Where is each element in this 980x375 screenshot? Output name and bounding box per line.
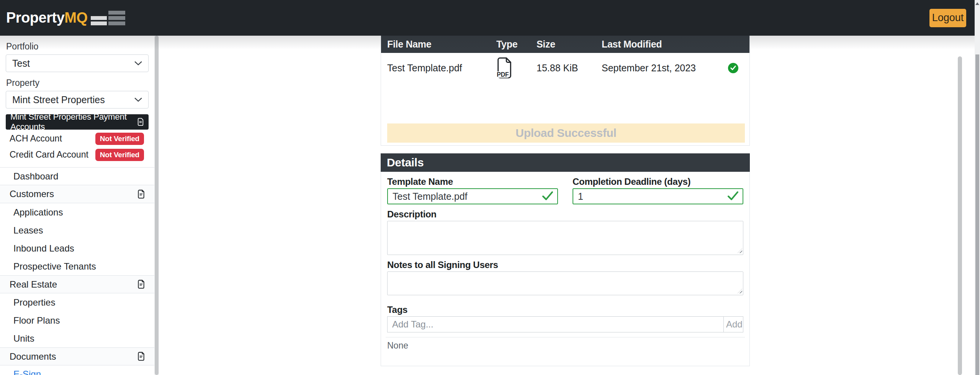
template-name-label: Template Name: [387, 177, 558, 186]
sidebar-section-customers[interactable]: Customers: [0, 185, 154, 203]
property-selected-value: Mint Street Properties: [12, 94, 105, 105]
col-size: Size: [537, 39, 602, 50]
document-icon: [136, 118, 145, 126]
col-type: Type: [496, 39, 537, 50]
description-textarea-wrap: [387, 221, 743, 255]
details-section-header: Details: [381, 153, 750, 172]
portfolio-label: Portfolio: [6, 41, 149, 52]
ach-account-label: ACH Account: [10, 133, 62, 144]
portfolio-selected-value: Test: [12, 58, 30, 69]
sidebar-item-units[interactable]: Units: [0, 329, 154, 347]
template-name-input[interactable]: [387, 188, 558, 204]
notes-textarea[interactable]: [387, 271, 743, 295]
notes-label: Notes to all Signing Users: [387, 260, 743, 270]
chevron-down-icon: [134, 61, 142, 66]
content-scrollbar-thumb[interactable]: [958, 56, 962, 375]
credit-card-status-badge: Not Verified: [95, 149, 144, 161]
table-row[interactable]: Test Template.pdf PDF 15.88 KiB Septembe…: [381, 53, 749, 83]
payment-accounts-button[interactable]: Mint Street Properties Payment Accounts: [6, 114, 149, 130]
upload-success-banner: Upload Successful: [387, 123, 745, 143]
verified-check-icon: [728, 63, 738, 73]
tags-divider: [386, 337, 745, 337]
property-label: Property: [6, 78, 149, 88]
sidebar-item-floor-plans[interactable]: Floor Plans: [0, 311, 154, 329]
property-select[interactable]: Mint Street Properties: [6, 91, 149, 109]
main-content: File Name Type Size Last Modified Test T…: [159, 36, 962, 375]
ach-account-row[interactable]: ACH Account Not Verified: [6, 132, 149, 146]
last-modified-cell: September 21st, 2023: [602, 62, 728, 74]
ach-status-badge: Not Verified: [95, 133, 144, 145]
notes-textarea-wrap: [387, 271, 743, 295]
description-label: Description: [387, 210, 743, 219]
brand-property-text: Property: [6, 10, 64, 26]
valid-check-icon: [542, 191, 553, 202]
completion-deadline-label: Completion Deadline (days): [573, 177, 743, 186]
equalizer-bars-icon: [91, 11, 125, 25]
svg-text:PDF: PDF: [497, 71, 509, 78]
sidebar-section-documents[interactable]: Documents: [0, 347, 154, 365]
sidebar-nav: Dashboard Customers Applications Leases …: [0, 167, 154, 375]
content-column: File Name Type Size Last Modified Test T…: [381, 36, 750, 146]
sidebar-item-dashboard[interactable]: Dashboard: [0, 167, 154, 185]
brand-logo: Property MQ: [6, 10, 125, 26]
sidebar-item-properties[interactable]: Properties: [0, 293, 154, 311]
document-icon: [136, 352, 146, 361]
window-scrollbar[interactable]: [975, 0, 980, 375]
credit-card-account-label: Credit Card Account: [10, 150, 88, 160]
details-card: Template Name Completion Deadline (days): [381, 172, 750, 366]
document-icon: [136, 189, 146, 199]
add-tag-input[interactable]: [387, 316, 724, 332]
document-icon: [136, 280, 146, 289]
completion-deadline-input[interactable]: [573, 188, 743, 204]
col-last-modified: Last Modified: [602, 39, 728, 50]
sidebar-scrollbar[interactable]: [154, 36, 159, 375]
valid-check-icon: [727, 191, 739, 202]
pdf-file-icon: PDF: [496, 57, 537, 79]
add-tag-button[interactable]: Add: [723, 316, 743, 332]
chevron-down-icon: [134, 97, 142, 102]
top-navbar: Property MQ Logout: [0, 0, 975, 36]
files-table-header: File Name Type Size Last Modified: [381, 36, 749, 53]
credit-card-account-row[interactable]: Credit Card Account Not Verified: [6, 148, 149, 162]
sidebar-item-leases[interactable]: Leases: [0, 221, 154, 239]
sidebar-item-inbound-leads[interactable]: Inbound Leads: [0, 239, 154, 257]
file-name-cell: Test Template.pdf: [387, 62, 496, 74]
portfolio-select[interactable]: Test: [6, 54, 149, 72]
payment-accounts-title: Mint Street Properties Payment Accounts: [10, 112, 136, 132]
sidebar-scrollbar-thumb[interactable]: [155, 36, 159, 375]
tags-empty-text: None: [387, 340, 743, 351]
scroll-up-arrow-icon[interactable]: [975, 2, 979, 5]
sidebar-item-applications[interactable]: Applications: [0, 203, 154, 221]
description-textarea[interactable]: [387, 221, 743, 255]
sidebar: Portfolio Test Property Mint Street Prop…: [0, 36, 154, 375]
uploaded-files-card: File Name Type Size Last Modified Test T…: [381, 36, 750, 146]
tags-label: Tags: [387, 305, 743, 314]
sidebar-section-real-estate[interactable]: Real Estate: [0, 275, 154, 293]
brand-mq-text: MQ: [64, 10, 87, 26]
col-file-name: File Name: [387, 39, 496, 50]
file-size-cell: 15.88 KiB: [537, 62, 602, 74]
sidebar-item-esign[interactable]: E-Sign: [0, 365, 154, 375]
logout-button[interactable]: Logout: [929, 9, 966, 27]
sidebar-item-prospective-tenants[interactable]: Prospective Tenants: [0, 257, 154, 275]
window-scrollbar-thumb[interactable]: [975, 54, 979, 375]
